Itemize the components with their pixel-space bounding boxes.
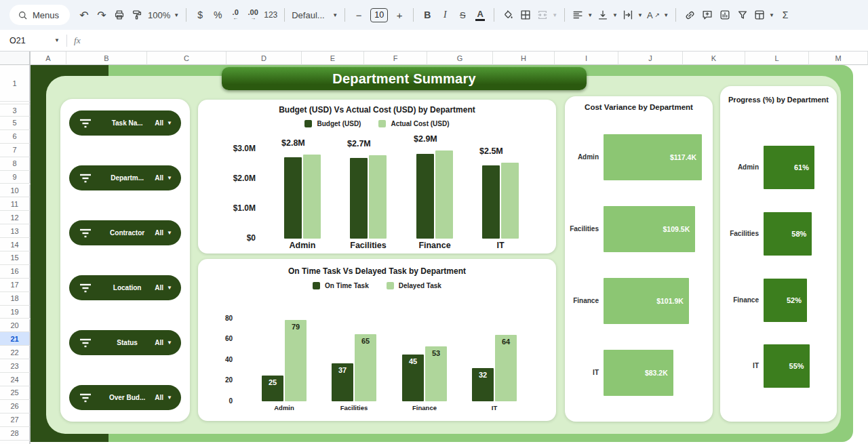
row-header-25[interactable]: 25 xyxy=(0,386,31,400)
redo-button[interactable]: ↷ xyxy=(93,5,111,24)
row-header-7[interactable]: 7 xyxy=(0,144,31,157)
slicer-task-name[interactable]: Task Na... All▼ xyxy=(69,110,181,136)
horizontal-align-button[interactable]: ▼ xyxy=(570,5,595,24)
row-header-14[interactable]: 14 xyxy=(0,238,31,251)
format-percent-button[interactable]: % xyxy=(209,5,226,24)
text-wrap-button[interactable]: ▼ xyxy=(620,5,645,24)
row-header-16[interactable]: 16 xyxy=(0,265,31,279)
slicer-department[interactable]: Departm... All▼ xyxy=(69,165,181,190)
row-header-5[interactable]: 5 xyxy=(0,117,31,130)
table-views-button[interactable]: ▼ xyxy=(751,5,776,24)
progress-dept-Finance: Finance xyxy=(720,296,759,304)
column-header-I[interactable]: I xyxy=(555,52,618,65)
decrease-font-size-button[interactable]: − xyxy=(350,5,368,24)
row-header-24[interactable]: 24 xyxy=(0,373,31,386)
row-header-13[interactable]: 13 xyxy=(0,224,31,238)
cost-bar-IT: $83.2K xyxy=(604,350,673,396)
create-filter-button[interactable] xyxy=(734,5,751,24)
fill-color-button[interactable] xyxy=(499,5,517,24)
increase-font-size-button[interactable]: + xyxy=(391,5,408,24)
vertical-align-button[interactable]: ▼ xyxy=(595,5,620,24)
print-button[interactable] xyxy=(111,5,128,24)
cost-variance-chart[interactable]: Cost Variance by DepartmentAdmin$117.4KF… xyxy=(565,96,713,422)
increase-decimal-button[interactable]: .00→ xyxy=(244,5,262,24)
arrow-left-icon: ← xyxy=(233,16,238,21)
row-header-9[interactable]: 9 xyxy=(0,171,31,184)
column-header-B[interactable]: B xyxy=(66,52,147,65)
slicer-contractor[interactable]: Contractor All▼ xyxy=(69,220,181,245)
column-header-A[interactable]: A xyxy=(31,52,66,65)
column-header-J[interactable]: J xyxy=(618,52,683,65)
decrease-decimal-button[interactable]: .0← xyxy=(226,5,244,24)
column-header-D[interactable]: D xyxy=(226,52,302,65)
row-header-20[interactable]: 20 xyxy=(0,319,31,333)
text-rotation-button[interactable]: A↗ ▼ xyxy=(645,5,671,24)
zoom-select[interactable]: 100%▼ xyxy=(146,5,181,24)
cost-dept-Facilities: Facilities xyxy=(565,225,599,233)
column-header-M[interactable]: M xyxy=(809,52,868,65)
row-header-15[interactable]: 15 xyxy=(0,251,31,265)
italic-button[interactable]: I xyxy=(436,5,454,24)
borders-button[interactable] xyxy=(517,5,534,24)
text-color-button[interactable]: A xyxy=(471,5,489,24)
column-header-H[interactable]: H xyxy=(493,52,555,65)
progress-chart[interactable]: Progress (%) by DepartmentAdmin61%Facili… xyxy=(720,86,837,422)
font-size-input[interactable]: 10 xyxy=(370,8,388,22)
row-header-28[interactable]: 28 xyxy=(0,427,31,441)
column-header-C[interactable]: C xyxy=(147,52,226,65)
row-header-29[interactable]: 29 xyxy=(0,441,31,444)
row-header-1[interactable]: 1 xyxy=(0,65,31,102)
chevron-down-icon: ▼ xyxy=(552,12,557,18)
font-select[interactable]: Defaul...▼ xyxy=(290,5,340,24)
budget-vs-actual-chart[interactable]: Budget (USD) Vs Actual Cost (USD) by Dep… xyxy=(198,100,556,254)
menus-search-button[interactable]: Menus xyxy=(9,5,70,25)
chevron-down-icon: ▼ xyxy=(167,175,172,181)
budget-value-label-Finance: $2.9M xyxy=(414,134,461,144)
row-header-18[interactable]: 18 xyxy=(0,292,31,306)
strikethrough-button[interactable]: S xyxy=(454,5,471,24)
insert-link-button[interactable] xyxy=(681,5,698,24)
name-box[interactable]: O21 ▼ xyxy=(0,36,60,45)
row-header-19[interactable]: 19 xyxy=(0,306,31,319)
column-header-L[interactable]: L xyxy=(745,52,809,65)
row-header-21[interactable]: 21 xyxy=(0,332,31,346)
paint-format-button[interactable] xyxy=(128,5,146,24)
insert-chart-button[interactable] xyxy=(716,5,734,24)
insert-comment-button[interactable] xyxy=(698,5,716,24)
select-all-corner[interactable] xyxy=(0,52,31,65)
row-header-22[interactable]: 22 xyxy=(0,346,31,359)
divider xyxy=(675,8,676,22)
undo-button[interactable]: ↶ xyxy=(75,5,93,24)
slicer-location[interactable]: Location All▼ xyxy=(69,275,181,300)
row-header-26[interactable]: 26 xyxy=(0,400,31,413)
column-header-K[interactable]: K xyxy=(683,52,745,65)
format-currency-button[interactable]: $ xyxy=(191,5,209,24)
ontime-legend-0: On Time Task xyxy=(313,282,369,289)
row-header-27[interactable]: 27 xyxy=(0,413,31,427)
filter-icon xyxy=(79,393,92,403)
row-header-17[interactable]: 17 xyxy=(0,279,31,292)
row-header-8[interactable]: 8 xyxy=(0,157,31,171)
column-header-E[interactable]: E xyxy=(302,52,364,65)
bold-button[interactable]: B xyxy=(418,5,436,24)
row-header-23[interactable]: 23 xyxy=(0,359,31,373)
chevron-down-icon: ▼ xyxy=(637,12,643,18)
formula-input[interactable] xyxy=(81,30,868,51)
text-wrap-icon xyxy=(622,9,634,21)
ontime-vs-delayed-chart[interactable]: On Time Task Vs Delayed Task by Departme… xyxy=(198,259,556,421)
row-header-10[interactable]: 10 xyxy=(0,184,31,198)
more-formats-button[interactable]: 123 xyxy=(262,5,279,24)
arrow-right-icon: → xyxy=(250,16,256,21)
column-header-F[interactable]: F xyxy=(364,52,427,65)
ontime-ytick-60: 60 xyxy=(198,335,233,342)
slicer-status[interactable]: Status All▼ xyxy=(69,330,181,355)
row-header-3[interactable]: 3 xyxy=(0,104,31,117)
column-header-G[interactable]: G xyxy=(427,52,493,65)
row-header-6[interactable]: 6 xyxy=(0,130,31,144)
slicer-over-budget[interactable]: Over Bud... All▼ xyxy=(69,385,181,410)
budget-category-Finance: Finance xyxy=(403,241,467,250)
align-left-icon xyxy=(572,9,584,21)
functions-button[interactable]: Σ xyxy=(776,5,794,24)
row-header-12[interactable]: 12 xyxy=(0,211,31,224)
row-header-11[interactable]: 11 xyxy=(0,197,31,211)
